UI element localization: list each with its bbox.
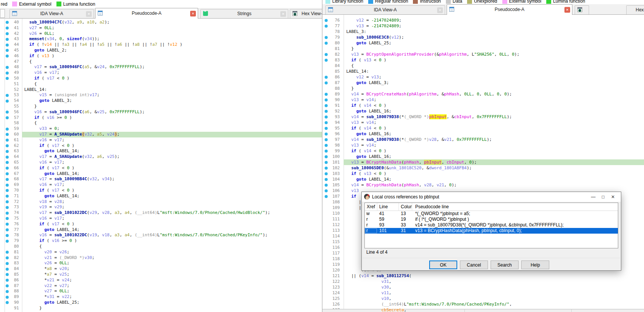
code-text: || (v14 = sub_180112754( (346, 273, 411, 279)
legend-label: Lumina function (553, 0, 585, 4)
help-button[interactable]: Help (521, 261, 549, 269)
code-line[interactable]: 93 v14 = sub_180079D38(*(_QWORD *)pbInpu… (322, 114, 644, 120)
code-line[interactable]: 98 v13 = v14; (322, 142, 644, 148)
tab-pseudocode-a[interactable]: Pseudocode-A✕ (447, 4, 572, 15)
tab-hex[interactable]: Hex (626, 5, 644, 14)
code-line[interactable]: 78LABEL_3: (322, 29, 644, 34)
code-line[interactable]: 123 v30, (322, 284, 644, 290)
code-line[interactable]: 105 v14 = BCryptHashData(phHash, v28, v2… (322, 182, 644, 188)
code-line[interactable]: 125 v10, (322, 296, 644, 301)
line-number: 104 (322, 176, 340, 182)
close-icon[interactable]: ✕ (608, 192, 618, 202)
code-line[interactable]: 94 v13 = v14; (322, 120, 644, 125)
column-header-column[interactable]: Column (399, 203, 412, 211)
line-number: 80 (0, 244, 19, 250)
code-text: { (24, 81, 37, 87)
code-line[interactable]: 88 } (322, 86, 644, 91)
line-number: 84 (0, 266, 19, 272)
tab-ida-view-a[interactable]: IDA View-A✕ (325, 5, 445, 14)
code-line[interactable]: 91 if ( v14 < 0 ) (322, 103, 644, 108)
code-line[interactable]: 86 v12 = v13; (322, 74, 644, 80)
code-line[interactable]: 99 if ( v14 < 0 ) (322, 148, 644, 154)
dialog-titlebar[interactable]: Local cross references to pbInput —□✕ (362, 192, 621, 202)
code-text: v13 = BCryptOpenAlgorithmProvider(&phAlg… (346, 51, 519, 57)
tab-pseudocode-a[interactable]: Pseudocode-A✕ (95, 8, 198, 19)
code-line[interactable]: 103 if ( v13 < 0 ) (322, 171, 644, 176)
column-header-line[interactable]: Line (377, 203, 399, 211)
code-line[interactable]: 82 v13 = BCryptOpenAlgorithmProvider(&ph… (322, 51, 644, 57)
legend-item: Regular function (368, 0, 408, 4)
line-number: 115 (322, 239, 340, 245)
line-number: 119 (322, 262, 340, 267)
line-number: 63 (0, 148, 19, 154)
code-text: if ( v14 < 0 ) (346, 103, 386, 108)
code-line[interactable]: 76 v12 = -2147024809; (322, 17, 644, 23)
tab-close-icon[interactable]: ✕ (280, 11, 286, 17)
tab-close-icon[interactable]: ✕ (437, 7, 443, 13)
code-line[interactable]: 84 { (322, 63, 644, 69)
tab-close-icon[interactable]: ✕ (564, 7, 570, 12)
xref-cell: 101 (377, 228, 399, 234)
code-line[interactable]: 97 v14 = sub_180079D38(*(_QWORD *)v28, &… (322, 137, 644, 142)
tab-close-icon[interactable]: ✕ (86, 11, 92, 17)
xref-row[interactable]: w4113*(_QWORD *)pbInput = a5; (365, 211, 618, 217)
code-text: v26 = 0LL; (24, 31, 55, 37)
code-line[interactable]: 101 v13 = BCryptHashData(phHash, pbInput… (322, 159, 644, 165)
tab-close-icon[interactable]: ✕ (190, 11, 196, 16)
xref-cell: 19 (399, 217, 412, 222)
code-text: v13 = v14; (346, 142, 377, 148)
code-line[interactable]: 85LABEL_14: (322, 69, 644, 74)
column-header-xref[interactable]: Xref (365, 203, 377, 211)
xref-row[interactable]: r10131v13 = BCryptHashData(phHash, pbInp… (365, 228, 618, 234)
code-line[interactable]: 126 (__int64)L"msft:Windows/7.0/Phone/Ca… (322, 301, 644, 307)
line-number: 54 (0, 98, 19, 104)
search-button[interactable]: Search (491, 261, 519, 269)
code-line[interactable]: 121 || (v14 = sub_180112754( (322, 273, 644, 279)
column-header-pseudocode-line[interactable]: Pseudocode line (412, 203, 618, 211)
line-number: 44 (0, 42, 19, 48)
line-number: 116 (322, 245, 340, 250)
strip-divider (464, 309, 465, 312)
code-line[interactable]: 104 goto LABEL_14; (322, 176, 644, 182)
line-number: 91 (0, 306, 19, 311)
xref-table: XrefLineColumnPseudocode line w4113*(_QW… (364, 203, 618, 248)
code-text: v16 = v17; (24, 216, 64, 222)
code-line[interactable]: 90 v13 = v14; (322, 97, 644, 103)
code-line[interactable]: 83 if ( v13 < 0 ) (322, 57, 644, 63)
code-text: v13 = v14; (346, 97, 377, 103)
code-line[interactable]: 96 goto LABEL_16; (322, 131, 644, 137)
code-line[interactable]: 77 v13 = -2147024809; (322, 23, 644, 29)
line-number: 89 (0, 294, 19, 300)
code-line[interactable]: 100 goto LABEL_16; (322, 154, 644, 159)
code-text: } (24, 306, 42, 311)
code-text: { (24, 244, 42, 250)
code-line[interactable]: 95 if ( v14 < 0 ) (322, 125, 644, 131)
code-line[interactable]: 79 sub_18006E3C8(v12); (322, 34, 644, 40)
code-line[interactable]: 80 goto LABEL_25; (322, 40, 644, 46)
cancel-button[interactable]: Cancel (460, 261, 488, 269)
code-line[interactable]: 124 v11, (322, 290, 644, 296)
code-line[interactable]: 89 v14 = BCryptCreateHash(phAlgorithm, &… (322, 91, 644, 97)
tab-ida-view-a[interactable]: IDA View-A✕ (9, 9, 94, 18)
maximize-icon[interactable]: □ (598, 192, 608, 202)
line-number: 83 (322, 57, 340, 63)
line-number: 109 (322, 205, 340, 211)
ok-button[interactable]: OK (429, 261, 457, 269)
code-line[interactable]: 92 goto LABEL_16; (322, 108, 644, 114)
line-number: 108 (322, 199, 340, 205)
legend-label: Library function (332, 0, 363, 4)
xref-row[interactable]: r9333v14 = sub_180079D38(*(_QWORD *)pbIn… (365, 222, 618, 228)
code-line[interactable]: 87 goto LABEL_3; (322, 80, 644, 86)
xref-row[interactable]: r5919if ( !*(_QWORD *)pbInput ) (365, 217, 618, 222)
line-number: 111 (322, 216, 340, 222)
code-text: goto LABEL_14; (24, 148, 80, 154)
code-line[interactable]: 81 } (322, 46, 644, 51)
code-line[interactable]: 102 sub_180065DE0(&unk_18018C520, &dword… (322, 165, 644, 171)
minimize-icon[interactable]: — (588, 192, 598, 202)
window-view-icon (449, 6, 454, 13)
legend-label: External symbol (19, 2, 51, 7)
code-line[interactable]: 122 v31, (322, 279, 644, 284)
tab-icon[interactable] (575, 5, 589, 14)
tab-strings[interactable]: Strings✕ (200, 9, 288, 18)
code-text: goto LABEL_16; (346, 131, 391, 137)
